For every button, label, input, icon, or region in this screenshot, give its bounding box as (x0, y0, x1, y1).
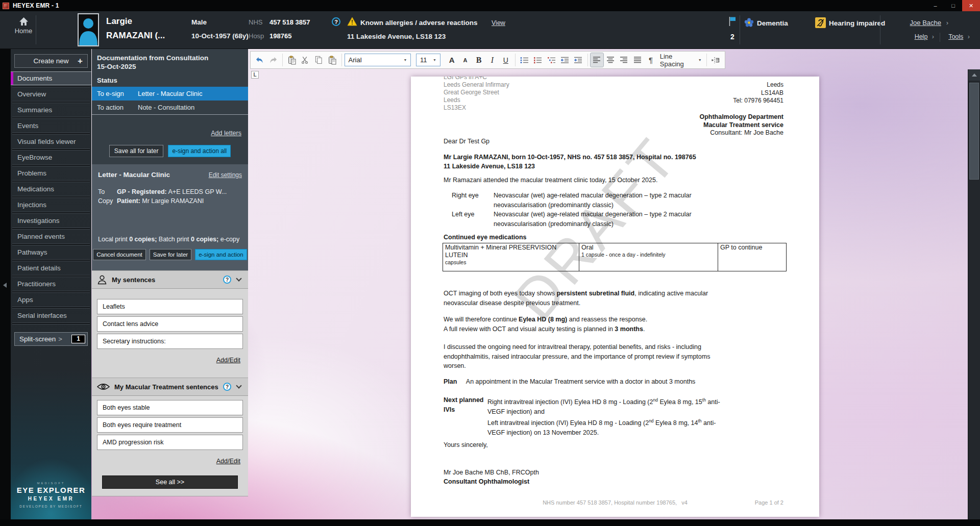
close-button[interactable]: ✕ (962, 0, 980, 11)
divider (282, 54, 283, 66)
help-question-icon[interactable]: ? (223, 275, 231, 284)
shrink-font-button[interactable]: A (459, 53, 472, 67)
hosp-number: 198765 (270, 32, 291, 40)
save-all-for-later-button[interactable]: Save all for later (109, 145, 164, 157)
documentation-title-line1: Documentation from Consultation (97, 54, 243, 62)
sidebar-item-planned-events[interactable]: Planned events (11, 230, 91, 243)
sidebar-item-medications[interactable]: Medications (11, 183, 91, 195)
divider (341, 54, 342, 66)
italic-button[interactable]: I (486, 53, 499, 67)
home-button[interactable]: Home (11, 17, 36, 35)
show-paragraph-marks-button[interactable]: ¶ (644, 53, 657, 67)
dropdown-caret-icon: ▼ (433, 58, 436, 62)
help-menu[interactable]: Help › (915, 33, 934, 40)
line-spacing-button[interactable]: Line Spacing ▼ (658, 53, 704, 68)
sentence-item[interactable]: Both eyes require treatment (97, 417, 243, 433)
see-all-button[interactable]: See all >> (102, 475, 238, 489)
sentence-item[interactable]: AMD progression risk (97, 435, 243, 450)
user-menu[interactable]: Joe Bache › (910, 19, 948, 27)
redo-button[interactable] (266, 53, 279, 67)
tools-menu[interactable]: Tools › (948, 33, 970, 40)
sidebar: Create new + Documents Overview Summarie… (11, 49, 91, 519)
sidebar-item-problems[interactable]: Problems (11, 167, 91, 180)
sentence-item[interactable]: Contact lens advice (97, 316, 243, 332)
salutation: Dear Dr Test Gp (444, 138, 489, 145)
cancel-document-button[interactable]: Cancel document (93, 249, 146, 260)
sidebar-item-patient-details[interactable]: Patient details (11, 262, 91, 274)
copy-button[interactable] (312, 53, 325, 67)
grow-font-button[interactable]: A (445, 53, 458, 67)
cut-button[interactable] (299, 53, 311, 67)
sidebar-item-injections[interactable]: Injections (11, 198, 91, 211)
left-eye-label: Left eye (452, 210, 494, 229)
divider (12, 212, 90, 214)
chevron-down-icon[interactable] (236, 383, 241, 388)
divider (92, 114, 248, 115)
collapse-sidebar-icon[interactable] (3, 283, 7, 288)
sidebar-item-serial-interfaces[interactable]: Serial interfaces (11, 309, 91, 322)
user-link[interactable]: Joe Bache (910, 19, 941, 27)
bullet-list-button[interactable] (518, 53, 531, 67)
increase-indent-button[interactable] (572, 53, 584, 67)
sidebar-item-apps[interactable]: Apps (11, 293, 91, 306)
documentation-title-line2: 15-Oct-2025 (97, 62, 243, 71)
underline-button[interactable]: U (499, 53, 512, 67)
home-label: Home (11, 27, 36, 35)
multilevel-list-button[interactable] (545, 53, 557, 67)
minimize-button[interactable]: – (926, 0, 944, 11)
align-right-button[interactable] (617, 53, 630, 67)
add-letters-link[interactable]: Add letters (211, 130, 241, 137)
decrease-indent-button[interactable] (558, 53, 571, 67)
bold-button[interactable]: B (472, 53, 485, 67)
help-link[interactable]: Help (915, 33, 928, 40)
sidebar-item-eyebrowse[interactable]: EyeBrowse (11, 151, 91, 164)
sidebar-item-overview[interactable]: Overview (11, 88, 91, 101)
undo-button[interactable] (253, 53, 266, 67)
medications-table: Multivitamin + Mineral PRESERVISION LUTE… (443, 243, 787, 271)
esign-and-action-all-button[interactable]: e-sign and action all (168, 145, 231, 157)
align-left-button[interactable] (591, 53, 603, 67)
numbered-list-button[interactable] (531, 53, 544, 67)
sentence-item[interactable]: Secretary instructions: (97, 334, 243, 349)
sidebar-item-summaries[interactable]: Summaries (11, 104, 91, 116)
status-row-to-esign[interactable]: To e-sign Letter - Macular Clinic (92, 87, 248, 101)
flag-icon[interactable] (728, 16, 737, 27)
cut-icon (301, 56, 309, 64)
split-screen-button[interactable]: Split-screen > 1 (14, 332, 88, 346)
scroll-up-button[interactable] (968, 69, 980, 81)
font-family-select[interactable]: Arial ▼ (345, 54, 411, 66)
font-size-select[interactable]: 11 ▼ (416, 54, 440, 66)
document-scrollbar[interactable] (968, 69, 980, 519)
sentence-item[interactable]: Leaflets (97, 299, 243, 314)
sidebar-item-pathways[interactable]: Pathways (11, 246, 91, 259)
save-for-later-button[interactable]: Save for later (150, 249, 191, 260)
right-eye-diagnosis: Neovascular (wet) age-related macular de… (494, 191, 751, 210)
align-center-button[interactable] (604, 53, 617, 67)
sidebar-item-practitioners[interactable]: Practitioners (11, 278, 91, 290)
sidebar-item-events[interactable]: Events (11, 119, 91, 132)
tab-stop-selector[interactable]: L (251, 71, 259, 79)
tools-link[interactable]: Tools (948, 33, 963, 40)
paste-button[interactable] (285, 53, 298, 67)
paste-special-button[interactable] (326, 53, 338, 67)
allergies-view-link[interactable]: View (492, 19, 505, 27)
next-planned-block: Next planned IVIs Right intravitreal inj… (444, 395, 789, 437)
divider (12, 259, 90, 261)
page-layout-button[interactable] (709, 53, 722, 67)
sidebar-item-documents[interactable]: Documents (11, 72, 91, 85)
edit-settings-link[interactable]: Edit settings (209, 171, 242, 179)
sidebar-item-visual-fields-viewer[interactable]: Visual fields viewer (11, 135, 91, 148)
esign-and-action-button[interactable]: e-sign and action (195, 249, 247, 260)
create-new-button[interactable]: Create new + (14, 54, 88, 68)
help-question-icon[interactable]: ? (332, 17, 340, 26)
sentence-item[interactable]: Both eyes stable (97, 400, 243, 415)
help-question-icon[interactable]: ? (223, 383, 231, 391)
add-edit-macular-sentences-link[interactable]: Add/Edit (216, 458, 240, 465)
justify-button[interactable] (631, 53, 644, 67)
status-row-to-action[interactable]: To action Note - Consultation (92, 101, 248, 114)
scrollbar-thumb[interactable] (969, 83, 979, 180)
maximize-button[interactable]: □ (944, 0, 962, 11)
chevron-down-icon[interactable] (236, 275, 241, 281)
add-edit-sentences-link[interactable]: Add/Edit (216, 357, 240, 364)
sidebar-item-investigations[interactable]: Investigations (11, 214, 91, 227)
